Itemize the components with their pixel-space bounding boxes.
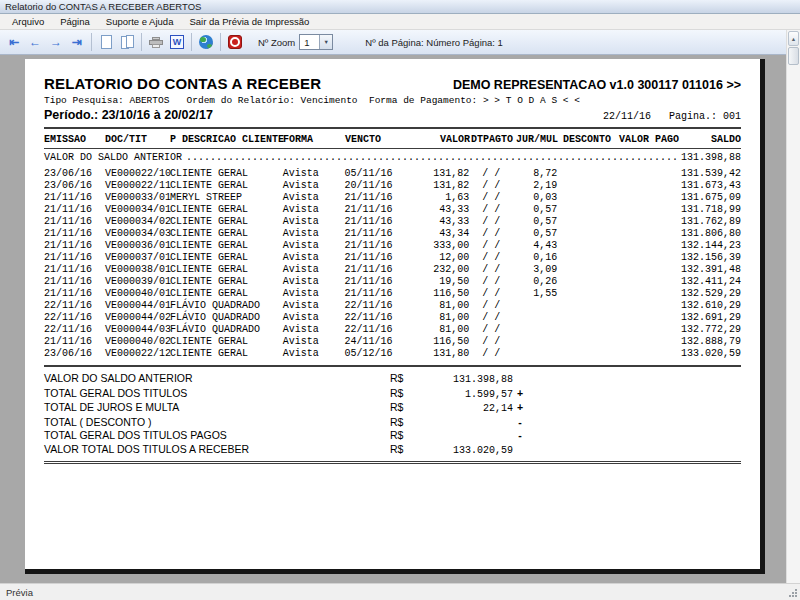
col-desconto: DESCONTO [558,133,616,146]
prev-page-icon [29,36,41,48]
app-window: Relatorio do CONTAS A RECEBER ABERTOS Ar… [0,0,800,600]
leader-dots: ........................................… [186,151,677,165]
report-page: RELATORIO DO CONTAS A RECEBER DEMO REPRE… [25,59,765,574]
preview-area: Nº Zoom 1 Nº da Página: Número Página: 1… [0,30,800,583]
col-emissao: EMISSAO [44,133,105,146]
previous-balance-row: VALOR DO SALDO ANTERIOR ................… [44,151,741,165]
page-number-info: Nº da Página: Número Página: 1 [365,37,503,48]
resize-grip[interactable] [788,588,798,598]
table-row: 23/06/16 VE000022/10 CLIENTE GERAL Avist… [44,168,741,180]
preview-canvas: RELATORIO DO CONTAS A RECEBER DEMO REPRE… [0,55,786,583]
divider [44,127,741,129]
table-row: 21/11/16 VE000038/01 CLIENTE GERAL Avist… [44,264,741,276]
two-pages-icon [121,35,134,49]
toolbar-separator [191,33,192,51]
col-forma: FORMA [283,133,345,146]
printer-icon [149,37,163,48]
table-row: 22/11/16 VE000044/03 FLÁVIO QUADRADO Avi… [44,324,741,336]
table-row: 21/11/16 VE000034/03 CLIENTE GERAL Avist… [44,228,741,240]
two-page-view-button[interactable] [118,33,136,51]
divider [44,148,741,149]
zoom-select[interactable]: 1 [299,34,333,50]
chevron-down-icon[interactable] [319,35,332,49]
pdf-export-icon [228,35,242,49]
scroll-up-icon[interactable] [788,31,799,46]
window-title: Relatorio do CONTAS A RECEBER ABERTOS [5,1,201,12]
table-row: 21/11/16 VE000040/02 CLIENTE GERAL Avist… [44,336,741,348]
table-row: 21/11/16 VE000039/01 CLIENTE GERAL Avist… [44,276,741,288]
last-page-icon [72,36,82,48]
status-text: Prévia [6,587,33,598]
table-row: 21/11/16 VE000033/01 MERYL STREEP Avista… [44,192,741,204]
menu-item[interactable]: Suporte e Ajuda [98,15,182,28]
status-bar: Prévia [0,583,800,600]
col-valor: VALOR [402,133,470,146]
toolbar-separator [91,33,92,51]
last-page-button[interactable] [68,33,86,51]
single-page-view-button[interactable] [97,33,115,51]
total-row: TOTAL GERAL DOS TITULOS PAGOS R$ - [44,429,741,443]
col-cliente: P DESCRICAO CLIENTE [170,133,283,146]
next-page-icon [50,36,62,48]
menu-item[interactable]: Página [52,15,98,28]
table-row: 21/11/16 VE000037/01 CLIENTE GERAL Avist… [44,252,741,264]
export-pdf-button[interactable] [226,33,244,51]
table-row: 21/11/16 VE000034/01 CLIENTE GERAL Avist… [44,204,741,216]
col-dtpagto: DTPAGTO [470,133,514,146]
first-page-button[interactable] [5,33,23,51]
toolbar-separator [141,33,142,51]
total-row: TOTAL DE JUROS E MULTA R$ 22,14 + [44,401,741,416]
print-button[interactable] [147,33,165,51]
zoom-value: 1 [300,37,319,48]
table-row: 22/11/16 VE000044/01 FLÁVIO QUADRADO Avi… [44,300,741,312]
total-row: VALOR TOTAL DOS TITULOS A RECEBER R$ 133… [44,443,741,458]
table-row: 21/11/16 VE000034/02 CLIENTE GERAL Avist… [44,216,741,228]
totals-section: VALOR DO SALDO ANTERIOR R$ 131.398,88 TO… [44,372,741,457]
prev-page-button[interactable] [26,33,44,51]
single-page-icon [101,35,112,49]
total-row: TOTAL GERAL DOS TITULOS R$ 1.599,57 + [44,387,741,402]
menu-bar: Arquivo Página Suporte e Ajuda Sair da P… [0,14,800,30]
report-date-page: 22/11/16 Pagina.: 001 [603,111,741,122]
divider [44,365,741,367]
menu-item[interactable]: Arquivo [4,15,52,28]
word-export-icon [170,35,184,49]
table-row: 23/06/16 VE000022/11 CLIENTE GERAL Avist… [44,180,741,192]
zoom-label: Nº Zoom [258,37,295,48]
col-doc: DOC/TIT [105,133,170,146]
export-html-button[interactable] [197,33,215,51]
vertical-scrollbar[interactable] [786,30,800,583]
first-page-icon [9,36,19,48]
report-title: RELATORIO DO CONTAS A RECEBER [44,75,321,92]
title-bar: Relatorio do CONTAS A RECEBER ABERTOS [0,0,800,14]
demo-watermark: DEMO REPRESENTACAO v1.0 300117 011016 >> [453,78,741,92]
toolbar-separator [220,33,221,51]
table-row: 21/11/16 VE000040/01 CLIENTE GERAL Avist… [44,288,741,300]
export-word-button[interactable] [168,33,186,51]
report-period: Período.: 23/10/16 à 20/02/17 [44,108,213,122]
total-row: TOTAL ( DESCONTO ) R$ - [44,416,741,430]
table-header: EMISSAO DOC/TIT P DESCRICAO CLIENTE FORM… [44,133,741,146]
next-page-button[interactable] [47,33,65,51]
col-jurmul: JUR/MUL [514,133,558,146]
table-body: 23/06/16 VE000022/10 CLIENTE GERAL Avist… [44,168,741,360]
table-row: 22/11/16 VE000044/02 FLÁVIO QUADRADO Avi… [44,312,741,324]
total-row: VALOR DO SALDO ANTERIOR R$ 131.398,88 [44,372,741,387]
report-filters: Tipo Pesquisa: ABERTOS Ordem do Relatóri… [44,95,741,106]
double-divider [44,461,741,464]
table-row: 23/06/16 VE000022/12 CLIENTE GERAL Avist… [44,348,741,360]
col-saldo: SALDO [682,133,741,146]
col-vencto: VENCTO [345,133,402,146]
table-row: 21/11/16 VE000036/01 CLIENTE GERAL Avist… [44,240,741,252]
previous-balance-label: VALOR DO SALDO ANTERIOR [44,151,182,165]
col-valorpago: VALOR PAGO [616,133,682,146]
menu-item[interactable]: Sair da Prévia de Impressão [181,15,317,28]
toolbar: Nº Zoom 1 Nº da Página: Número Página: 1 [0,30,786,55]
previous-balance-value: 131.398,88 [681,151,741,165]
globe-icon [199,35,213,49]
scrollbar-thumb[interactable] [788,47,799,65]
